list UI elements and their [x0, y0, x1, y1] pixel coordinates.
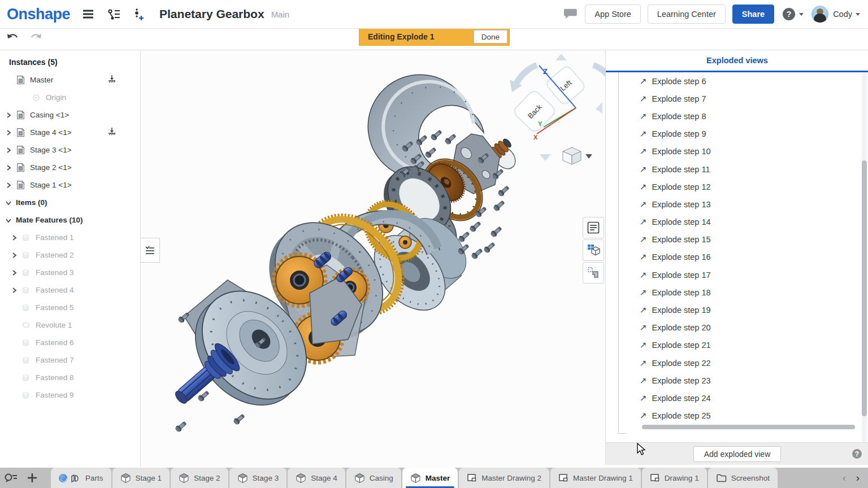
- document-tab[interactable]: Stage 1: [112, 468, 170, 488]
- scroll-tabs-right-icon[interactable]: ›: [851, 468, 865, 488]
- chevron-right-icon[interactable]: [5, 181, 16, 190]
- explode-step-item[interactable]: ↗ Explode step 18: [606, 284, 868, 301]
- mate-tree-row[interactable]: Fastened 8: [0, 369, 140, 386]
- explode-step-item[interactable]: ↗ Explode step 7: [606, 90, 868, 107]
- chat-icon[interactable]: [563, 7, 578, 21]
- mate-tree-row[interactable]: Fastened 7: [0, 351, 140, 369]
- explode-step-item[interactable]: ↗ Explode step 6: [606, 72, 868, 90]
- planet-bearing-b[interactable]: [399, 236, 411, 249]
- share-button[interactable]: Share: [732, 5, 774, 24]
- explode-step-item[interactable]: ↗ Explode step 8: [606, 107, 868, 125]
- view-options-cube-icon[interactable]: [563, 147, 592, 164]
- workspace-name[interactable]: Main: [271, 10, 290, 19]
- rotate-up-arrow-icon[interactable]: [555, 54, 567, 60]
- explode-step-item[interactable]: ↗ Explode step 19: [606, 301, 868, 319]
- explode-step-item[interactable]: ↗ Explode step 22: [606, 354, 868, 372]
- document-tab[interactable]: Parts: [51, 468, 111, 488]
- instance-tree-row[interactable]: Stage 3 <1>: [0, 141, 140, 159]
- app-store-button[interactable]: App Store: [585, 5, 641, 24]
- mate-tree-row[interactable]: Fastened 5: [0, 299, 140, 316]
- explode-step-item[interactable]: ↗ Explode step 13: [606, 195, 868, 213]
- document-tab[interactable]: Stage 3: [229, 468, 287, 488]
- versions-icon[interactable]: [106, 7, 121, 21]
- chevron-right-icon[interactable]: [5, 111, 16, 120]
- scroll-tabs-left-icon[interactable]: ‹: [837, 468, 851, 488]
- mate-tree-row[interactable]: Fastened 6: [0, 334, 140, 351]
- mate-tree-row[interactable]: Fastened 2: [0, 246, 140, 264]
- explode-step-item[interactable]: ↗ Explode step 24: [606, 389, 868, 407]
- document-tab[interactable]: Screenshot: [708, 468, 778, 488]
- mate-tree-row[interactable]: Fastened 1: [0, 229, 140, 246]
- document-tab[interactable]: Casing: [346, 468, 401, 488]
- chevron-right-icon[interactable]: [10, 233, 21, 242]
- assembly-icon: [16, 75, 25, 85]
- view-cube[interactable]: Back Left Z Y X: [510, 54, 605, 161]
- user-menu[interactable]: Cody: [811, 6, 860, 23]
- mate-tree-row[interactable]: Revolute 1: [0, 316, 140, 334]
- instance-tree-row[interactable]: Stage 2 <1>: [0, 159, 140, 176]
- 3d-viewport[interactable]: Back Left Z Y X: [140, 50, 605, 468]
- chevron-right-icon[interactable]: [5, 163, 16, 172]
- help-icon[interactable]: ?: [852, 449, 862, 459]
- exploded-views-header[interactable]: Exploded views: [606, 50, 868, 72]
- learning-center-button[interactable]: Learning Center: [648, 5, 726, 24]
- exploded-gearbox-canvas[interactable]: Back Left Z Y X: [140, 50, 605, 468]
- chevron-right-icon[interactable]: [10, 286, 21, 295]
- done-button[interactable]: Done: [474, 30, 507, 43]
- mate-features-section-row[interactable]: Mate Features (10): [0, 211, 140, 229]
- redo-icon[interactable]: [29, 32, 43, 45]
- document-tab[interactable]: Stage 4: [288, 468, 345, 488]
- explode-step-item[interactable]: ↗ Explode step 21: [606, 337, 868, 354]
- feature-list-panel-button[interactable]: [583, 217, 604, 238]
- document-tab[interactable]: Drawing 1: [642, 468, 707, 488]
- rotate-right-arrow-icon[interactable]: [596, 102, 602, 114]
- explode-step-item[interactable]: ↗ Explode step 11: [606, 160, 868, 178]
- instance-tree-row[interactable]: Origin: [0, 89, 140, 106]
- assembly-tab-icon: [120, 473, 131, 483]
- vertical-scrollbar-track[interactable]: [862, 72, 867, 443]
- instance-tree-row[interactable]: Master: [0, 71, 140, 89]
- bom-table-panel-button[interactable]: [583, 239, 604, 261]
- hamburger-icon[interactable]: [81, 7, 95, 21]
- create-version-icon[interactable]: [132, 7, 146, 21]
- explode-step-item[interactable]: ↗ Explode step 9: [606, 125, 868, 143]
- undo-icon[interactable]: [6, 32, 19, 45]
- mate-tree-row[interactable]: Fastened 3: [0, 264, 140, 281]
- configuration-panel-button[interactable]: [583, 262, 604, 284]
- rotate-down-arrow-icon[interactable]: [540, 154, 551, 161]
- document-tab[interactable]: Master Drawing 1: [550, 468, 641, 488]
- search-tabs-icon[interactable]: [0, 468, 21, 488]
- view-cube-face-left[interactable]: Left: [545, 64, 586, 106]
- chevron-right-icon[interactable]: [5, 146, 16, 155]
- items-section-row[interactable]: Items (0): [0, 194, 140, 211]
- horizontal-scrollbar[interactable]: [642, 425, 855, 429]
- view-cube-face-back[interactable]: Back: [512, 89, 557, 133]
- vertical-scrollbar-thumb[interactable]: [862, 160, 867, 416]
- explode-step-item[interactable]: ↗ Explode step 17: [606, 266, 868, 284]
- explode-step-item[interactable]: ↗ Explode step 20: [606, 319, 868, 337]
- chevron-right-icon[interactable]: [10, 251, 21, 260]
- chevron-right-icon[interactable]: [5, 128, 16, 137]
- explode-step-item[interactable]: ↗ Explode step 10: [606, 143, 868, 160]
- instance-tree-row[interactable]: Stage 4 <1>: [0, 124, 140, 141]
- view-options-caret-icon[interactable]: [585, 154, 592, 159]
- add-exploded-view-button[interactable]: Add exploded view: [693, 446, 782, 462]
- chevron-right-icon[interactable]: [10, 268, 21, 277]
- onshape-logo[interactable]: Onshape: [7, 6, 70, 23]
- help-icon[interactable]: ?: [782, 7, 804, 21]
- instance-tree-row[interactable]: Stage 1 <1>: [0, 176, 140, 194]
- explode-step-item[interactable]: ↗ Explode step 15: [606, 231, 868, 249]
- explode-step-item[interactable]: ↗ Explode step 12: [606, 178, 868, 195]
- feature-list-panel-toggle[interactable]: [140, 238, 160, 263]
- add-tab-icon[interactable]: [21, 468, 43, 488]
- document-tab[interactable]: Master: [402, 468, 458, 488]
- instance-tree-row[interactable]: Casing <1>: [0, 106, 140, 124]
- document-tab[interactable]: Stage 2: [171, 468, 228, 488]
- mate-tree-row[interactable]: Fastened 4: [0, 281, 140, 299]
- explode-step-item[interactable]: ↗ Explode step 23: [606, 372, 868, 389]
- explode-step-item[interactable]: ↗ Explode step 25: [606, 407, 868, 425]
- explode-step-item[interactable]: ↗ Explode step 16: [606, 249, 868, 266]
- explode-step-item[interactable]: ↗ Explode step 14: [606, 213, 868, 231]
- mate-tree-row[interactable]: Fastened 9: [0, 386, 140, 404]
- document-tab[interactable]: Master Drawing 2: [459, 468, 549, 488]
